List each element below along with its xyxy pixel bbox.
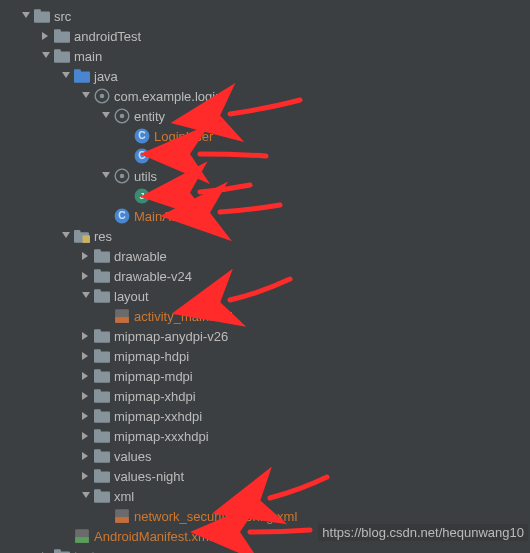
folder-icon bbox=[94, 468, 110, 484]
tree-item-drawable-v24[interactable]: drawable-v24 bbox=[0, 266, 530, 286]
chevron-down-icon[interactable] bbox=[80, 90, 92, 102]
watermark: https://blog.csdn.net/hequnwang10 bbox=[318, 524, 528, 541]
tree-label: res bbox=[94, 229, 112, 244]
package-icon bbox=[114, 168, 130, 184]
tree-label: LoginUser bbox=[154, 129, 213, 144]
tree-item-java[interactable]: java bbox=[0, 66, 530, 86]
tree-label: network_security_config.xml bbox=[134, 509, 297, 524]
tree-item-mipmap-xhdpi[interactable]: mipmap-xhdpi bbox=[0, 386, 530, 406]
folder-icon bbox=[94, 328, 110, 344]
tree-item-values-night[interactable]: values-night bbox=[0, 466, 530, 486]
tree-item-loginuser[interactable]: LoginUser bbox=[0, 126, 530, 146]
tree-item-package[interactable]: com.example.login bbox=[0, 86, 530, 106]
xml-file-icon bbox=[114, 308, 130, 324]
project-tree: src androidTest main java com.example.lo… bbox=[0, 0, 530, 553]
tree-label: androidTest bbox=[74, 29, 141, 44]
package-icon bbox=[94, 88, 110, 104]
tree-item-md5[interactable]: MD5 bbox=[0, 186, 530, 206]
tree-label: test bbox=[74, 549, 95, 554]
java-icon bbox=[134, 188, 150, 204]
tree-label: mipmap-mdpi bbox=[114, 369, 193, 384]
folder-icon bbox=[94, 288, 110, 304]
tree-label: AndroidManifest.xml bbox=[94, 529, 212, 544]
tree-label: values bbox=[114, 449, 152, 464]
tree-label: mipmap-hdpi bbox=[114, 349, 189, 364]
tree-item-main[interactable]: main bbox=[0, 46, 530, 66]
folder-icon bbox=[54, 548, 70, 553]
folder-icon bbox=[94, 488, 110, 504]
tree-label: java bbox=[94, 69, 118, 84]
chevron-down-icon[interactable] bbox=[40, 50, 52, 62]
tree-item-androidtest[interactable]: androidTest bbox=[0, 26, 530, 46]
chevron-right-icon[interactable] bbox=[40, 30, 52, 42]
tree-item-activity-main[interactable]: activity_main.xml bbox=[0, 306, 530, 326]
tree-label: mipmap-xxhdpi bbox=[114, 409, 202, 424]
chevron-down-icon[interactable] bbox=[100, 170, 112, 182]
package-icon bbox=[114, 108, 130, 124]
tree-item-mainactivity[interactable]: MainActivity bbox=[0, 206, 530, 226]
class-icon bbox=[134, 148, 150, 164]
folder-icon bbox=[94, 408, 110, 424]
tree-item-mipmap-xxxhdpi[interactable]: mipmap-xxxhdpi bbox=[0, 426, 530, 446]
tree-item-test[interactable]: test bbox=[0, 546, 530, 553]
tree-label: MD5 bbox=[154, 189, 181, 204]
tree-label: main bbox=[74, 49, 102, 64]
tree-item-entity[interactable]: entity bbox=[0, 106, 530, 126]
chevron-down-icon[interactable] bbox=[60, 230, 72, 242]
tree-label: drawable-v24 bbox=[114, 269, 192, 284]
chevron-right-icon[interactable] bbox=[80, 410, 92, 422]
manifest-file-icon bbox=[74, 528, 90, 544]
chevron-right-icon[interactable] bbox=[80, 250, 92, 262]
chevron-right-icon[interactable] bbox=[80, 370, 92, 382]
tree-item-layout[interactable]: layout bbox=[0, 286, 530, 306]
tree-label: src bbox=[54, 9, 71, 24]
folder-icon bbox=[34, 8, 50, 24]
tree-label: layout bbox=[114, 289, 149, 304]
chevron-right-icon[interactable] bbox=[80, 450, 92, 462]
folder-icon bbox=[54, 48, 70, 64]
tree-item-drawable[interactable]: drawable bbox=[0, 246, 530, 266]
tree-item-utils[interactable]: utils bbox=[0, 166, 530, 186]
tree-item-mipmap-xxhdpi[interactable]: mipmap-xxhdpi bbox=[0, 406, 530, 426]
folder-icon bbox=[94, 248, 110, 264]
folder-icon bbox=[94, 368, 110, 384]
tree-item-mipmap-hdpi[interactable]: mipmap-hdpi bbox=[0, 346, 530, 366]
class-icon bbox=[114, 208, 130, 224]
chevron-right-icon[interactable] bbox=[80, 390, 92, 402]
chevron-down-icon[interactable] bbox=[80, 490, 92, 502]
tree-label: entity bbox=[134, 109, 165, 124]
folder-blue-icon bbox=[74, 68, 90, 84]
tree-label: values-night bbox=[114, 469, 184, 484]
tree-label: mipmap-xxxhdpi bbox=[114, 429, 209, 444]
tree-label: utils bbox=[134, 169, 157, 184]
tree-item-network-security-config[interactable]: network_security_config.xml bbox=[0, 506, 530, 526]
tree-item-mipmap-mdpi[interactable]: mipmap-mdpi bbox=[0, 366, 530, 386]
chevron-down-icon[interactable] bbox=[100, 110, 112, 122]
tree-label: activity_main.xml bbox=[134, 309, 233, 324]
chevron-right-icon[interactable] bbox=[80, 350, 92, 362]
tree-label: xml bbox=[114, 489, 134, 504]
chevron-down-icon[interactable] bbox=[80, 290, 92, 302]
chevron-right-icon[interactable] bbox=[80, 470, 92, 482]
tree-item-user[interactable]: User bbox=[0, 146, 530, 166]
chevron-right-icon[interactable] bbox=[80, 270, 92, 282]
tree-label: drawable bbox=[114, 249, 167, 264]
tree-label: User bbox=[154, 149, 181, 164]
chevron-right-icon[interactable] bbox=[80, 430, 92, 442]
tree-item-res[interactable]: res bbox=[0, 226, 530, 246]
chevron-right-icon[interactable] bbox=[80, 330, 92, 342]
tree-item-xml[interactable]: xml bbox=[0, 486, 530, 506]
tree-item-mipmap-anydpi-v26[interactable]: mipmap-anydpi-v26 bbox=[0, 326, 530, 346]
folder-icon bbox=[94, 428, 110, 444]
folder-icon bbox=[94, 388, 110, 404]
tree-item-src[interactable]: src bbox=[0, 6, 530, 26]
xml-file-icon bbox=[114, 508, 130, 524]
folder-icon bbox=[94, 448, 110, 464]
folder-icon bbox=[94, 348, 110, 364]
class-icon bbox=[134, 128, 150, 144]
tree-label: mipmap-anydpi-v26 bbox=[114, 329, 228, 344]
folder-res-icon bbox=[74, 228, 90, 244]
chevron-down-icon[interactable] bbox=[20, 10, 32, 22]
tree-item-values[interactable]: values bbox=[0, 446, 530, 466]
chevron-down-icon[interactable] bbox=[60, 70, 72, 82]
